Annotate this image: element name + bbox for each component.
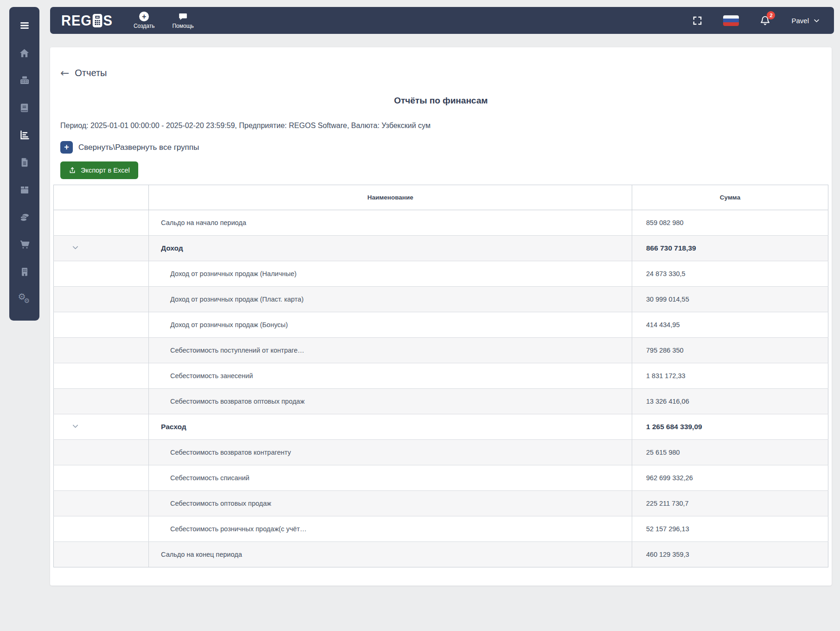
table-row: Себестоимость списаний962 699 332,26	[54, 465, 828, 491]
table-row: Сальдо на начало периода859 082 980	[54, 210, 828, 236]
cart-icon[interactable]	[16, 236, 33, 253]
notifications-button[interactable]: 2	[759, 15, 771, 26]
page-title: Отчеты	[75, 68, 107, 78]
logo-text-right: S	[103, 13, 112, 28]
chevron-down-icon[interactable]	[71, 422, 79, 430]
plus-circle-icon: +	[139, 12, 149, 21]
row-name: Сальдо на конец периода	[149, 542, 632, 567]
notification-badge: 2	[767, 11, 775, 19]
row-amount: 1 265 684 339,09	[632, 414, 828, 440]
export-icon	[69, 167, 76, 174]
row-empty-cell	[54, 312, 149, 338]
row-name: Себестоимость возвратов контрагенту	[149, 440, 632, 465]
table-row: Себестоимость поступлений от контраге…79…	[54, 338, 828, 363]
row-amount: 460 129 359,3	[632, 542, 828, 567]
row-empty-cell	[54, 542, 149, 567]
row-empty-cell	[54, 440, 149, 465]
row-name: Себестоимость занесений	[149, 363, 632, 389]
export-label: Экспорт в Excel	[81, 167, 130, 174]
export-excel-button[interactable]: Экспорт в Excel	[60, 161, 138, 179]
row-name: Сальдо на начало периода	[149, 210, 632, 236]
table-row: Себестоимость занесений1 831 172,33	[54, 363, 828, 389]
row-empty-cell	[54, 287, 149, 312]
table-row: Расход1 265 684 339,09	[54, 414, 828, 440]
toggle-column-header	[54, 185, 149, 210]
row-empty-cell	[54, 210, 149, 236]
row-name: Себестоимость розничных продаж(с учёт…	[149, 516, 632, 542]
row-name: Себестоимость списаний	[149, 465, 632, 491]
row-name: Расход	[149, 414, 632, 440]
row-name: Себестоимость возвратов оптовых продаж	[149, 389, 632, 414]
row-amount: 25 615 980	[632, 440, 828, 465]
name-column-header: Наименование	[149, 185, 632, 210]
document-icon[interactable]	[16, 154, 33, 171]
row-name: Доход от розничных продаж (Пласт. карта)	[149, 287, 632, 312]
table-header-row: Наименование Сумма	[54, 185, 828, 210]
back-arrow-icon[interactable]: ←	[60, 68, 69, 78]
home-icon[interactable]	[16, 45, 33, 61]
fullscreen-icon[interactable]	[692, 15, 703, 26]
row-amount: 1 831 172,33	[632, 363, 828, 389]
help-label: Помощь	[172, 23, 193, 29]
row-name: Себестоимость поступлений от контраге…	[149, 338, 632, 363]
row-toggle-cell	[54, 414, 149, 440]
row-toggle-cell	[54, 236, 149, 261]
report-title: Отчёты по финансам	[50, 96, 832, 108]
report-table-body: Сальдо на начало периода859 082 980Доход…	[54, 210, 828, 567]
row-empty-cell	[54, 261, 149, 287]
user-name: Pavel	[791, 17, 809, 25]
create-label: Создать	[134, 23, 155, 29]
box-icon[interactable]	[16, 181, 33, 198]
row-amount: 52 157 296,13	[632, 516, 828, 542]
coins-icon[interactable]	[16, 209, 33, 225]
logo-register-icon	[93, 14, 103, 27]
content-card: ← Отчеты Отчёты по финансам Период: 2025…	[50, 47, 832, 586]
table-row: Доход от розничных продаж (Наличные)24 8…	[54, 261, 828, 287]
row-name: Доход	[149, 236, 632, 261]
bar-chart-icon[interactable]	[16, 127, 33, 143]
row-name: Доход от розничных продаж (Бонусы)	[149, 312, 632, 338]
menu-icon[interactable]	[16, 17, 33, 34]
collapse-expand-label: Свернуть\Развернуть все группы	[78, 143, 199, 152]
row-name: Доход от розничных продаж (Наличные)	[149, 261, 632, 287]
building-icon[interactable]	[16, 264, 33, 280]
chevron-down-icon	[813, 17, 820, 24]
sidebar: ⚙⚙	[9, 7, 39, 321]
row-empty-cell	[54, 491, 149, 516]
create-button[interactable]: + Создать	[134, 12, 155, 29]
table-row: Доход от розничных продаж (Бонусы)414 43…	[54, 312, 828, 338]
row-amount: 24 873 330,5	[632, 261, 828, 287]
row-amount: 866 730 718,39	[632, 236, 828, 261]
help-button[interactable]: Помощь	[172, 12, 193, 29]
table-row: Доход866 730 718,39	[54, 236, 828, 261]
gears-icon[interactable]: ⚙⚙	[16, 291, 33, 308]
regos-logo: REG S	[61, 13, 113, 28]
row-amount: 859 082 980	[632, 210, 828, 236]
row-empty-cell	[54, 516, 149, 542]
table-row: Сальдо на конец периода460 129 359,3	[54, 542, 828, 567]
row-amount: 13 326 416,06	[632, 389, 828, 414]
row-amount: 30 999 014,55	[632, 287, 828, 312]
table-row: Доход от розничных продаж (Пласт. карта)…	[54, 287, 828, 312]
row-empty-cell	[54, 389, 149, 414]
amount-column-header: Сумма	[632, 185, 828, 210]
row-empty-cell	[54, 338, 149, 363]
table-row: Себестоимость розничных продаж(с учёт…52…	[54, 516, 828, 542]
collapse-expand-button[interactable]: +	[60, 141, 73, 154]
user-menu[interactable]: Pavel	[791, 17, 820, 25]
row-name: Себестоимость оптовых продаж	[149, 491, 632, 516]
logo-text-left: REG	[61, 13, 92, 28]
row-amount: 962 699 332,26	[632, 465, 828, 491]
cash-register-icon[interactable]	[16, 72, 33, 89]
table-row: Себестоимость оптовых продаж225 211 730,…	[54, 491, 828, 516]
row-empty-cell	[54, 363, 149, 389]
row-amount: 795 286 350	[632, 338, 828, 363]
russian-flag-icon[interactable]	[723, 15, 739, 26]
row-empty-cell	[54, 465, 149, 491]
topbar: REG S + Создать Помощь 2 Pavel	[50, 7, 834, 34]
chat-bubble-icon	[178, 12, 188, 21]
table-row: Себестоимость возвратов оптовых продаж13…	[54, 389, 828, 414]
book-icon[interactable]	[16, 99, 33, 116]
finance-report-table: Наименование Сумма Сальдо на начало пери…	[53, 185, 828, 567]
chevron-down-icon[interactable]	[71, 244, 79, 251]
